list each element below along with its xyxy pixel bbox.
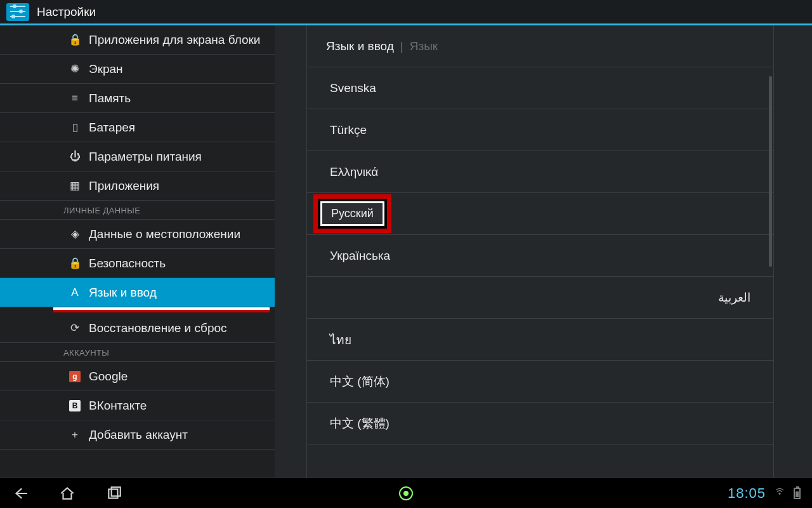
storage-icon: ≡ — [69, 92, 81, 105]
sidebar-item-add-account[interactable]: + Добавить аккаунт — [0, 420, 275, 450]
settings-sidebar: 🔒 Приложения для экрана блоки ✺ Экран ≡ … — [0, 25, 275, 478]
sidebar-item-battery[interactable]: ▯ Батарея — [0, 113, 275, 142]
svg-rect-0 — [108, 489, 117, 498]
sidebar-item-label: Батарея — [89, 121, 135, 135]
language-option-thai[interactable]: ไทย — [307, 319, 773, 361]
language-label: Русский — [320, 201, 384, 226]
language-option-chinese-simplified[interactable]: 中文 (简体) — [307, 361, 773, 403]
recent-icon — [106, 485, 122, 502]
sidebar-item-power[interactable]: ⏻ Параметры питания — [0, 142, 275, 171]
sidebar-item-location[interactable]: ◈ Данные о местоположении — [0, 220, 275, 249]
system-nav-bar: 18:05 — [0, 478, 812, 508]
wifi-icon — [773, 486, 786, 500]
language-option-greek[interactable]: Ελληνικά — [307, 151, 773, 193]
plus-icon: + — [69, 429, 81, 441]
language-option-turkce[interactable]: Türkçe — [307, 109, 773, 151]
sidebar-item-label: Параметры питания — [89, 150, 202, 164]
app-title: Настройки — [37, 5, 96, 19]
language-option-chinese-traditional[interactable]: 中文 (繁體) — [307, 403, 773, 444]
sidebar-item-google[interactable]: g Google — [0, 362, 275, 391]
sidebar-item-label: Память — [89, 91, 131, 105]
sidebar-item-label: Добавить аккаунт — [89, 428, 188, 442]
battery-icon — [794, 488, 801, 499]
vk-icon: B — [69, 399, 81, 412]
sidebar-section-personal: ЛИЧНЫЕ ДАННЫЕ — [0, 201, 275, 220]
content-pane: Язык и ввод | Язык Svenska Türkçe Ελληνι… — [275, 25, 812, 478]
sidebar-item-language[interactable]: A Язык и ввод — [0, 278, 275, 307]
sidebar-item-label: Приложения для экрана блоки — [89, 33, 260, 47]
sidebar-item-security[interactable]: 🔒 Безопасность — [0, 249, 275, 278]
language-option-russian[interactable]: Русский — [307, 193, 773, 235]
language-label: ไทย — [330, 330, 351, 349]
language-label: Українська — [330, 249, 390, 263]
apps-icon: ▦ — [69, 180, 81, 192]
breadcrumb: Язык и ввод | Язык — [307, 25, 773, 67]
home-icon — [59, 485, 75, 502]
sidebar-item-label: Данные о местоположении — [89, 227, 240, 241]
power-icon: ⏻ — [69, 150, 81, 163]
language-label: Türkçe — [330, 123, 367, 137]
language-label: 中文 (繁體) — [330, 415, 390, 432]
language-label: Ελληνικά — [330, 165, 378, 179]
settings-icon — [6, 3, 29, 21]
lock-icon: 🔒 — [69, 257, 81, 270]
workspace: 🔒 Приложения для экрана блоки ✺ Экран ≡ … — [0, 25, 812, 478]
lock-icon: 🔒 — [69, 34, 81, 46]
back-button[interactable] — [11, 485, 29, 502]
back-icon — [12, 485, 29, 502]
clock: 18:05 — [728, 485, 766, 502]
app-bar: Настройки — [0, 0, 812, 25]
sidebar-item-label: ВКонтакте — [89, 399, 147, 413]
sidebar-item-label: Приложения — [89, 179, 159, 193]
sidebar-item-label: Экран — [89, 62, 123, 76]
recent-apps-button[interactable] — [105, 485, 123, 502]
sidebar-item-storage[interactable]: ≡ Память — [0, 84, 275, 113]
location-icon: ◈ — [69, 228, 81, 241]
language-label: Svenska — [330, 81, 376, 95]
nav-right-group: 18:05 — [728, 485, 801, 502]
restore-icon: ⟳ — [69, 322, 81, 335]
language-panel: Язык и ввод | Язык Svenska Türkçe Ελληνι… — [306, 25, 774, 478]
brightness-icon: ✺ — [69, 63, 81, 76]
annotation-underline — [53, 307, 270, 311]
sidebar-item-display[interactable]: ✺ Экран — [0, 55, 275, 84]
sidebar-item-label: Язык и ввод — [89, 286, 157, 300]
svg-rect-1 — [112, 487, 121, 496]
sidebar-item-backup[interactable]: ⟳ Восстановление и сброс — [0, 314, 275, 343]
status-indicator — [399, 486, 413, 500]
language-label: العربية — [718, 290, 750, 305]
google-icon: g — [69, 370, 81, 383]
breadcrumb-current: Язык и ввод — [326, 39, 394, 53]
annotation-highlight: Русский — [313, 194, 391, 233]
language-option-ukrainian[interactable]: Українська — [307, 235, 773, 277]
sidebar-item-label: Безопасность — [89, 257, 166, 271]
sidebar-item-label: Восстановление и сброс — [89, 321, 227, 335]
sidebar-item-label: Google — [89, 370, 128, 384]
breadcrumb-trail: Язык — [410, 39, 438, 53]
sidebar-item-lock-apps[interactable]: 🔒 Приложения для экрана блоки — [0, 25, 275, 55]
language-option-arabic[interactable]: العربية — [307, 277, 773, 319]
nav-left-group — [11, 485, 123, 502]
svg-point-2 — [779, 493, 780, 494]
home-button[interactable] — [58, 485, 76, 502]
language-icon: A — [69, 286, 81, 299]
sidebar-section-accounts: АККАУНТЫ — [0, 343, 275, 362]
sidebar-item-apps[interactable]: ▦ Приложения — [0, 171, 275, 201]
scrollbar[interactable] — [769, 76, 772, 267]
battery-icon: ▯ — [69, 121, 81, 134]
breadcrumb-separator: | — [400, 39, 403, 53]
language-label: 中文 (简体) — [330, 373, 390, 390]
language-option-svenska[interactable]: Svenska — [307, 67, 773, 109]
sidebar-item-vk[interactable]: B ВКонтакте — [0, 391, 275, 420]
